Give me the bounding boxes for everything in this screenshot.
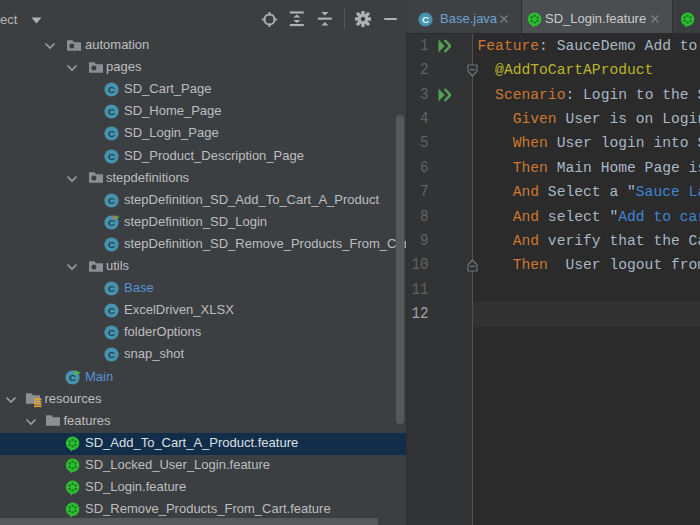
svg-text:C: C [108,85,115,96]
svg-text:C: C [108,195,115,206]
svg-text:C: C [108,107,115,118]
svg-text:C: C [108,283,115,294]
svg-text:C: C [108,328,115,339]
svg-text:C: C [108,306,115,317]
svg-text:C: C [108,151,115,162]
svg-text:C: C [108,239,115,250]
svg-text:C: C [108,350,115,361]
svg-text:C: C [108,129,115,140]
svg-text:C: C [422,14,429,25]
